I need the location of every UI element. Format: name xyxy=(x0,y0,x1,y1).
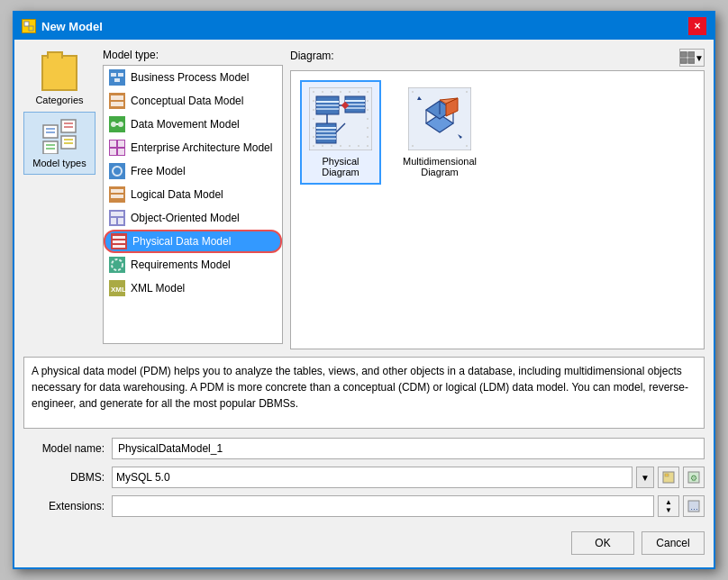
svg-rect-28 xyxy=(110,149,116,155)
sidebar: Categories xyxy=(23,49,96,349)
svg-point-74 xyxy=(358,145,359,147)
svg-rect-34 xyxy=(111,195,123,198)
physical-diagram-label: Physical Diagram xyxy=(307,156,374,177)
diagram-items: Physical Diagram xyxy=(290,70,705,349)
model-item-cdm[interactable]: Conceptual Data Model xyxy=(104,89,282,113)
svg-point-62 xyxy=(367,109,369,111)
svg-rect-47 xyxy=(680,52,687,57)
model-list-section: Model type: Business Process Model xyxy=(103,49,283,349)
dialog-body: Categories xyxy=(14,40,714,567)
svg-point-53 xyxy=(322,91,323,93)
extensions-select-wrapper: ▲▼ … xyxy=(112,495,705,517)
svg-rect-13 xyxy=(64,142,73,144)
svg-point-69 xyxy=(313,145,314,147)
svg-point-60 xyxy=(367,100,369,102)
svg-rect-27 xyxy=(118,140,124,147)
svg-point-57 xyxy=(358,91,359,93)
model-item-pdm[interactable]: Physical Data Model xyxy=(104,230,282,253)
svg-rect-18 xyxy=(109,93,125,109)
dbms-config-button[interactable]: ⚙ xyxy=(683,467,705,488)
svg-rect-50 xyxy=(688,59,695,63)
svg-rect-4 xyxy=(46,131,55,133)
model-item-dmm-label: Data Movement Model xyxy=(131,118,240,131)
svg-rect-86 xyxy=(316,131,336,132)
description-area: A physical data model (PDM) helps you to… xyxy=(23,357,705,429)
dialog-title: New Model xyxy=(41,20,103,33)
dbms-row: DBMS: MySQL 5.0 ▼ ⚙ xyxy=(23,467,705,488)
svg-rect-81 xyxy=(345,100,365,102)
model-item-xml[interactable]: XML XML Model xyxy=(104,276,282,300)
diagram-item-physical[interactable]: Physical Diagram xyxy=(300,80,381,185)
model-item-bpm[interactable]: Business Process Model xyxy=(104,66,282,89)
svg-text:⚙: ⚙ xyxy=(690,474,697,483)
diagram-header: Diagram: ▼ xyxy=(290,49,705,67)
model-item-oom[interactable]: Object-Oriented Model xyxy=(104,206,282,230)
extensions-browse-button[interactable]: … xyxy=(683,495,705,517)
svg-point-97 xyxy=(466,145,468,147)
model-item-oom-label: Object-Oriented Model xyxy=(131,212,240,224)
svg-rect-9 xyxy=(46,144,55,146)
model-item-eam-label: Enterprise Architecture Model xyxy=(131,141,272,154)
svg-rect-79 xyxy=(316,108,339,110)
model-item-free[interactable]: Free Model xyxy=(104,159,282,183)
extensions-input[interactable] xyxy=(112,495,654,517)
cancel-button[interactable]: Cancel xyxy=(642,531,705,555)
svg-rect-14 xyxy=(109,69,125,86)
model-item-ldm[interactable]: Logical Data Model xyxy=(104,183,282,206)
svg-rect-48 xyxy=(688,52,695,57)
sidebar-item-categories[interactable]: Categories xyxy=(23,49,96,112)
svg-point-68 xyxy=(367,136,369,138)
model-item-cdm-label: Conceptual Data Model xyxy=(131,95,243,107)
svg-rect-78 xyxy=(316,104,339,106)
svg-point-58 xyxy=(367,91,369,93)
svg-point-71 xyxy=(331,145,332,147)
svg-point-59 xyxy=(313,100,314,102)
svg-point-55 xyxy=(340,91,341,93)
model-item-req[interactable]: Requirements Model xyxy=(104,253,282,276)
svg-rect-26 xyxy=(110,140,116,147)
extensions-up-button[interactable]: ▲▼ xyxy=(658,495,679,517)
ok-button[interactable]: OK xyxy=(571,531,634,555)
svg-rect-36 xyxy=(111,212,123,216)
svg-point-23 xyxy=(118,122,123,127)
sidebar-item-model-types[interactable]: Model types xyxy=(23,112,96,175)
svg-rect-77 xyxy=(316,101,339,103)
svg-rect-17 xyxy=(114,78,120,82)
svg-rect-41 xyxy=(113,240,125,243)
svg-rect-38 xyxy=(118,218,123,224)
svg-rect-49 xyxy=(680,59,687,63)
svg-text:…: … xyxy=(690,503,698,512)
right-panel: Model type: Business Process Model xyxy=(103,49,705,349)
svg-rect-15 xyxy=(111,73,116,77)
diagram-item-multidim[interactable]: Multidimensional Diagram xyxy=(399,80,480,185)
svg-rect-87 xyxy=(316,134,336,136)
sidebar-label-model-types: Model types xyxy=(32,158,86,168)
svg-point-70 xyxy=(322,145,323,147)
multidim-diagram-label: Multidimensional Diagram xyxy=(403,156,477,177)
svg-rect-83 xyxy=(345,107,365,109)
svg-rect-20 xyxy=(111,102,123,106)
diagram-label: Diagram: xyxy=(290,50,334,62)
diagram-view-button[interactable]: ▼ xyxy=(679,49,705,67)
svg-rect-37 xyxy=(111,218,116,224)
model-name-input[interactable] xyxy=(112,438,705,459)
svg-rect-3 xyxy=(46,128,55,130)
close-button[interactable]: × xyxy=(688,17,706,35)
svg-rect-85 xyxy=(316,127,336,129)
svg-point-61 xyxy=(313,109,314,111)
model-name-row: Model name: xyxy=(23,438,705,459)
sidebar-label-categories: Categories xyxy=(35,95,83,105)
model-name-label: Model name: xyxy=(23,442,105,455)
model-item-dmm[interactable]: Data Movement Model xyxy=(104,113,282,136)
dbms-browse-button[interactable] xyxy=(658,467,679,488)
svg-rect-1 xyxy=(29,26,33,31)
svg-point-66 xyxy=(367,127,369,129)
svg-point-96 xyxy=(412,145,414,147)
model-list[interactable]: Business Process Model Conceptual Data M… xyxy=(103,65,283,344)
dbms-dropdown-arrow[interactable]: ▼ xyxy=(636,467,654,488)
model-item-eam[interactable]: Enterprise Architecture Model xyxy=(104,136,282,159)
svg-rect-10 xyxy=(46,148,55,150)
svg-rect-30 xyxy=(109,163,125,179)
svg-rect-19 xyxy=(111,95,123,100)
dbms-select[interactable]: MySQL 5.0 xyxy=(112,467,632,488)
